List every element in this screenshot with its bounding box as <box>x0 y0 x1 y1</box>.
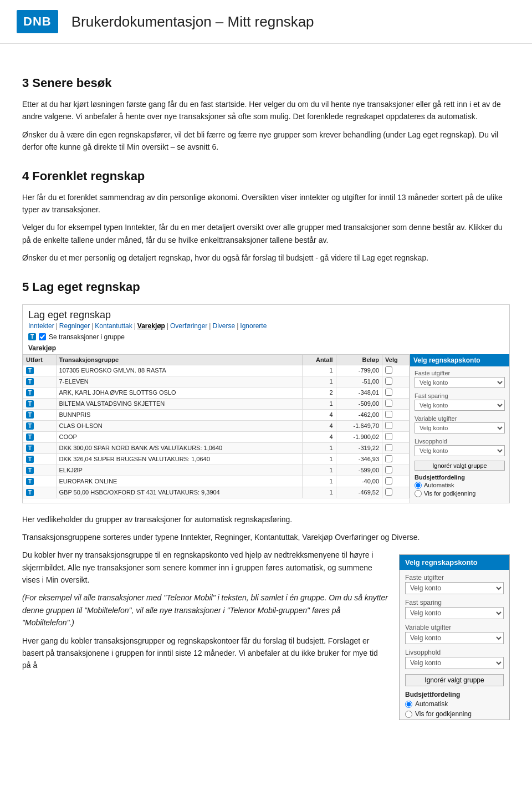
row-belop: -599,00 <box>336 465 382 476</box>
row-velg[interactable] <box>382 409 410 420</box>
para-after-2: Transaksjonsgruppene sorteres under type… <box>22 531 510 543</box>
row-velg[interactable] <box>382 365 410 376</box>
section-3-para-2: Ønsker du å være din egen regnskapsfører… <box>22 129 510 154</box>
tab-regninger[interactable]: Regninger <box>59 322 90 330</box>
transaction-table-section: Utført Transaksjonsgruppe Antall Beløp V… <box>23 354 410 503</box>
tab-varekjop[interactable]: Varekjøp <box>137 322 165 330</box>
side-select-fast-sparing[interactable]: Velg konto <box>415 400 505 411</box>
section-3: 3 Senere besøk Etter at du har kjørt løs… <box>22 76 510 154</box>
row-velg-checkbox[interactable] <box>385 389 392 396</box>
row-velg-checkbox[interactable] <box>385 477 392 484</box>
row-name: DKK 300,00 SPAR NORD BANK A/S VALUTAKURS… <box>56 442 303 453</box>
logo: DNB <box>17 10 58 33</box>
row-belop: -348,01 <box>336 387 382 398</box>
side-select-variable[interactable]: Velg konto <box>415 422 505 433</box>
checkbox-row: T Se transaksjoner i gruppe <box>23 332 509 343</box>
row-belop: -469,52 <box>336 487 382 498</box>
spv2-select-livsopphold[interactable]: Velg konto <box>405 657 504 669</box>
row-antall: 1 <box>303 365 336 376</box>
spv2-select-variable[interactable]: Velg konto <box>405 632 504 644</box>
row-velg[interactable] <box>382 487 410 498</box>
row-badge: T <box>23 398 57 409</box>
table-row: T 7-ELEVEN 1 -51,00 <box>23 376 410 387</box>
row-velg-checkbox[interactable] <box>385 466 392 473</box>
main-content: 3 Senere besøk Etter at du har kjørt løs… <box>0 55 532 761</box>
radio-godkjenning[interactable] <box>415 490 422 497</box>
row-badge: T <box>23 365 57 376</box>
side-label-livsopphold: Livsopphold <box>415 438 505 445</box>
side-panel: Velg regnskapskonto Faste utgifter Velg … <box>410 354 509 503</box>
side-select-livsopphold[interactable]: Velg konto <box>415 445 505 456</box>
header-title: Brukerdokumentasjon – Mitt regnskap <box>71 13 314 30</box>
row-belop: -1.900,02 <box>336 431 382 442</box>
se-transaksjoner-checkbox[interactable] <box>39 333 46 340</box>
row-badge: T <box>23 420 57 431</box>
row-velg-checkbox[interactable] <box>385 411 392 418</box>
row-belop: -799,00 <box>336 365 382 376</box>
row-badge: T <box>23 487 57 498</box>
row-velg[interactable] <box>382 431 410 442</box>
row-velg[interactable] <box>382 387 410 398</box>
spv2-radio-godkjenning[interactable] <box>405 711 412 718</box>
spv2-select-fast-sparing[interactable]: Velg konto <box>405 607 504 619</box>
col-utfort: Utført <box>23 354 57 365</box>
tab-diverse[interactable]: Diverse <box>212 322 235 330</box>
spv2-radio-automatisk-label: Automatisk <box>415 700 448 708</box>
row-belop: -462,00 <box>336 409 382 420</box>
row-antall: 1 <box>303 465 336 476</box>
row-badge: T <box>23 409 57 420</box>
row-velg-checkbox[interactable] <box>385 366 392 374</box>
row-velg-checkbox[interactable] <box>385 378 392 385</box>
screenshot-tabs: Inntekter | Regninger | Kontantuttak | V… <box>23 322 509 330</box>
screenshot-panel: Lag eget regnskap Inntekter | Regninger … <box>22 304 510 503</box>
row-velg-checkbox[interactable] <box>385 422 392 429</box>
table-row: T BUNNPRIS 4 -462,00 <box>23 409 410 420</box>
row-velg[interactable] <box>382 376 410 387</box>
header: DNB Brukerdokumentasjon – Mitt regnskap <box>0 0 532 44</box>
tab-inntekter[interactable]: Inntekter <box>28 322 54 330</box>
side-label-faste: Faste utgifter <box>415 370 505 376</box>
row-badge: T <box>23 387 57 398</box>
table-row: T ARK, KARL JOHA ØVRE SLOTTSG OSLO 2 -34… <box>23 387 410 398</box>
row-antall: 1 <box>303 376 336 387</box>
row-velg[interactable] <box>382 465 410 476</box>
row-velg-checkbox[interactable] <box>385 488 392 496</box>
side-select-faste[interactable]: Velg konto <box>415 377 505 388</box>
row-velg[interactable] <box>382 442 410 453</box>
checkbox-label: Se transaksjoner i gruppe <box>49 333 125 341</box>
table-row: T DKK 300,00 SPAR NORD BANK A/S VALUTAKU… <box>23 442 410 453</box>
transaction-table: Utført Transaksjonsgruppe Antall Beløp V… <box>23 354 410 498</box>
tab-overforinger[interactable]: Overføringer <box>170 322 207 330</box>
spv2-select-faste[interactable]: Velg konto <box>405 582 504 594</box>
row-belop: -51,00 <box>336 376 382 387</box>
row-velg[interactable] <box>382 476 410 487</box>
spv2-radio-automatisk[interactable] <box>405 701 412 708</box>
tab-kontantuttak[interactable]: Kontantuttak <box>95 322 132 330</box>
row-belop: -1.649,70 <box>336 420 382 431</box>
table-row: T DKK 326,04 SUPER BRUGSEN VALUTAKURS: 1… <box>23 453 410 465</box>
row-velg[interactable] <box>382 453 410 465</box>
row-velg[interactable] <box>382 420 410 431</box>
radio-automatisk[interactable] <box>415 482 422 489</box>
row-badge: T <box>23 376 57 387</box>
row-velg-checkbox[interactable] <box>385 400 392 407</box>
ignore-button[interactable]: Ignorér valgt gruppe <box>415 461 505 471</box>
row-velg-checkbox[interactable] <box>385 455 392 462</box>
col-velg: Velg <box>382 354 410 365</box>
row-badge: T <box>23 476 57 487</box>
side-label-fast-sparing: Fast sparing <box>415 392 505 399</box>
spv2-ignore-button[interactable]: Ignorér valgt gruppe <box>405 674 504 686</box>
row-name: 7-ELEVEN <box>56 376 303 387</box>
para-after-4-em: (For eksempel vil alle transaksjoner med… <box>22 593 388 627</box>
row-antall: 1 <box>303 442 336 453</box>
side-panel-v2: Velg regnskapskonto Faste utgifter Velg … <box>399 554 510 720</box>
row-badge: T <box>23 465 57 476</box>
row-name: 107305 EUROSKO GMLVN. 88 RASTA <box>56 365 303 376</box>
text-with-side-panel: Velg regnskapskonto Faste utgifter Velg … <box>22 549 510 726</box>
tab-ignorerte[interactable]: Ignorerte <box>240 322 267 330</box>
row-badge: T <box>23 431 57 442</box>
row-velg[interactable] <box>382 398 410 409</box>
row-velg-checkbox[interactable] <box>385 433 392 440</box>
row-name: GBP 50,00 HSBC/OXFORD ST 431 VALUTAKURS:… <box>56 487 303 498</box>
row-velg-checkbox[interactable] <box>385 444 392 451</box>
